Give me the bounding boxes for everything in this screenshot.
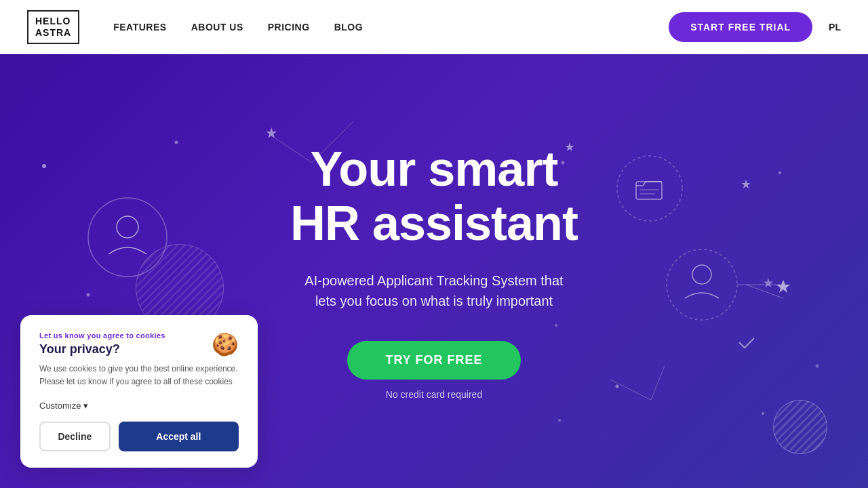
language-button[interactable]: PL [829,22,841,33]
svg-marker-5 [266,127,277,138]
svg-line-2 [610,380,651,400]
start-trial-button[interactable]: START FREE TRIAL [669,12,812,42]
svg-marker-7 [742,180,751,188]
no-card-label: No credit card required [290,389,578,400]
logo-line1: HELLO [35,16,71,27]
cookie-title: Your privacy? [39,342,165,357]
svg-point-13 [778,171,781,174]
svg-marker-8 [764,278,773,287]
svg-point-14 [87,293,90,297]
cookie-banner: Let us know you agree to cookies Your pr… [20,315,258,468]
hero-title-line1: Your smart [311,142,558,196]
cookie-top: Let us know you agree to cookies Your pr… [39,331,239,357]
nav-pricing[interactable]: PRICING [268,22,310,33]
chevron-down-icon: ▾ [83,401,88,411]
accept-all-button[interactable]: Accept all [119,422,239,451]
hero-subtitle: AI-powered Applicant Tracking System tha… [290,270,578,311]
cookie-customize-link[interactable]: Customize ▾ [39,401,88,411]
svg-point-25 [117,216,138,238]
svg-rect-21 [636,182,662,199]
hero-title-line2: HR assistant [290,196,578,250]
nav-features[interactable]: FEATURES [113,22,166,33]
hero-title: Your smart HR assistant [290,142,578,249]
svg-point-9 [42,164,46,168]
nav-blog[interactable]: BLOG [334,22,363,33]
navbar: HELLO ASTRA FEATURES ABOUT US PRICING BL… [0,0,868,54]
try-free-button[interactable]: TRY FOR FREE [347,341,520,380]
decline-button[interactable]: Decline [39,422,111,451]
nav-right: START FREE TRIAL PL [669,12,841,42]
svg-point-26 [667,249,737,320]
svg-line-3 [651,366,665,400]
svg-line-4 [746,285,783,298]
logo[interactable]: HELLO ASTRA [27,10,79,44]
cookie-actions: Decline Accept all [39,422,239,451]
svg-point-20 [617,156,682,221]
svg-point-17 [762,412,764,415]
hero-section: Your smart HR assistant AI-powered Appli… [0,54,868,488]
logo-line2: ASTRA [35,27,71,39]
svg-point-16 [616,385,619,388]
cookie-icon: 🍪 [212,331,239,357]
cookie-top-text: Let us know you agree to cookies Your pr… [39,331,165,357]
svg-point-27 [692,265,711,284]
svg-point-18 [816,365,819,368]
svg-point-10 [175,141,178,144]
svg-marker-29 [776,280,790,293]
svg-point-19 [558,419,561,422]
nav-links: FEATURES ABOUT US PRICING BLOG [113,22,669,33]
striped-circle-right [773,400,827,454]
cookie-body: We use cookies to give you the best onli… [39,363,239,388]
hero-content: Your smart HR assistant AI-powered Appli… [290,142,578,399]
cookie-notice: Let us know you agree to cookies [39,331,165,340]
nav-about[interactable]: ABOUT US [191,22,243,33]
